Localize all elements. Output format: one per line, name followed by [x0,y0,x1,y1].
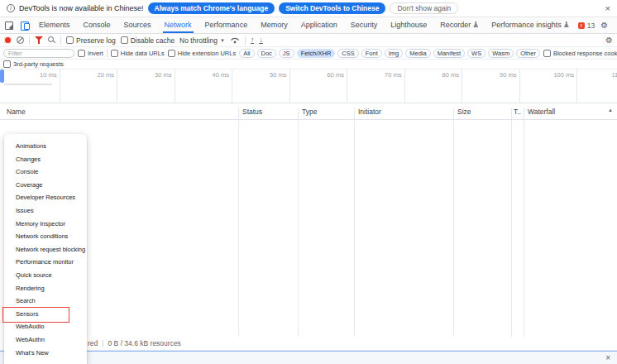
column-header-initiator[interactable]: Initiator [358,108,381,116]
timeline-ruler: 10 ms 20 ms 30 ms 40 ms 50 ms 60 ms 70 m… [2,69,617,103]
inspect-element-icon[interactable] [5,22,13,30]
checkbox[interactable] [543,50,551,57]
record-icon[interactable] [4,36,12,44]
column-header-size[interactable]: Size [457,108,471,116]
invert-checkbox[interactable]: Invert [78,50,103,57]
filter-pill[interactable]: Img [385,49,404,58]
network-filter-bar: Invert Hide data URLs Hide extension URL… [0,47,617,60]
checkbox[interactable] [121,36,128,44]
devtools-tab-bar: Elements Console Sources Network Perform… [0,17,617,34]
dont-show-again-button[interactable]: Don't show again [390,2,458,14]
ruler-cell: 30 ms [117,69,175,103]
settings-gear-icon[interactable]: ⚙ [600,22,608,30]
checkbox[interactable] [78,50,85,57]
panel-tab[interactable]: Security [349,17,380,33]
notification-message: DevTools is now available in Chinese! [19,4,144,12]
column-header-waterfall[interactable]: Waterfall [528,108,555,116]
switch-devtools-chinese-button[interactable]: Switch DevTools to Chinese [279,2,385,14]
menu-item[interactable]: Console [4,165,87,179]
column-header-status[interactable]: Status [242,108,262,116]
checkbox[interactable] [168,50,175,57]
panel-tab[interactable]: Memory [259,17,289,33]
filter-input[interactable] [3,49,74,58]
menu-item[interactable]: Network request blocking [4,243,87,256]
menu-item[interactable]: Coverage [4,179,87,192]
status-transferred-partial: red [88,339,98,347]
kebab-menu-icon[interactable]: ⋮ [614,22,617,30]
panel-tab[interactable]: Console [82,17,112,33]
request-type-pills: All Doc JS Fetch/XHR CSS Font Img Media … [239,49,540,58]
chevron-down-icon: ▼ [220,38,225,43]
panel-tab[interactable]: Recorder [438,17,480,33]
notification-bar: i DevTools is now available in Chinese! … [0,0,617,17]
menu-item[interactable]: Changes [4,153,87,166]
ruler-cell: 60 ms [290,69,348,103]
network-settings-gear-icon[interactable]: ⚙ [605,36,613,45]
tick-label: 80 ms [405,69,462,79]
preserve-log-checkbox[interactable]: Preserve log [66,36,116,45]
checkbox[interactable] [66,36,74,44]
ruler-cell: 70 ms [347,69,405,103]
menu-item[interactable]: Network conditions [4,230,87,243]
filter-pill[interactable]: Manifest [433,49,465,58]
match-chrome-language-button[interactable]: Always match Chrome's language [148,2,275,14]
panel-tab[interactable]: Application [299,17,339,33]
hide-data-urls-checkbox[interactable]: Hide data URLs [111,50,165,57]
checkbox[interactable] [111,50,118,57]
filter-pill[interactable]: WS [467,49,485,58]
notification-close-icon[interactable]: × [605,4,610,13]
menu-item[interactable]: Memory Inspector [4,218,87,231]
filter-pill[interactable]: Doc [257,49,276,58]
filter-funnel-icon[interactable] [35,36,43,44]
menu-item[interactable]: Search [4,295,87,308]
tick-label: 90 ms [462,69,519,79]
overview-drag-handle[interactable] [0,69,4,83]
issues-badge[interactable]: !13 [578,22,595,30]
devtools-window: i DevTools is now available in Chinese! … [0,0,617,364]
device-toolbar-icon[interactable] [21,22,30,30]
menu-item[interactable]: Animations [4,140,87,153]
panel-tab[interactable]: Performance [203,17,250,33]
menu-item[interactable]: What's New [4,347,87,360]
third-party-checkbox[interactable]: 3rd-party requests [3,60,64,68]
filter-pill[interactable]: Fetch/XHR [297,49,336,58]
column-header-type[interactable]: Type [302,108,317,116]
filter-pill[interactable]: Wasm [488,49,514,58]
panel-tab[interactable]: Elements [37,17,72,33]
panel-tab[interactable]: Network [163,17,194,33]
filter-pill[interactable]: All [239,49,254,58]
panel-tab[interactable]: Performance insights [490,17,571,33]
filter-pill[interactable]: JS [279,49,294,58]
import-har-icon[interactable]: ↑ [251,36,255,44]
drawer-close-icon[interactable]: × [605,353,610,362]
menu-item[interactable]: Rendering [4,282,87,295]
divider [60,36,61,45]
export-har-icon[interactable]: ↓ [259,36,263,44]
ruler-cell: 20 ms [60,69,118,103]
filter-pill[interactable]: Other [516,49,540,58]
throttling-select[interactable]: No throttling▼ [179,36,225,45]
menu-item[interactable]: WebAuthn [4,333,87,347]
menu-item[interactable]: Developer Resources [4,191,87,204]
filter-pill[interactable]: Font [361,49,382,58]
flask-icon [473,22,478,27]
blocked-response-cookies-checkbox[interactable]: Blocked response cookies [543,50,617,57]
panel-tab[interactable]: Sources [122,17,153,33]
filter-pill[interactable]: CSS [337,49,358,58]
menu-item[interactable]: Quick source [4,269,87,282]
menu-item[interactable]: Issues [4,204,87,218]
filter-pill[interactable]: Media [405,49,430,58]
menu-item[interactable]: Performance monitor [4,256,87,269]
column-header-time[interactable]: T.. [514,108,521,116]
search-icon[interactable] [48,36,55,44]
checkbox[interactable] [3,60,11,68]
network-conditions-icon[interactable] [230,36,240,44]
disable-cache-checkbox[interactable]: Disable cache [121,36,175,45]
requests-table-body [0,120,617,337]
panel-tabs: Elements Console Sources Network Perform… [37,17,571,33]
panel-tab[interactable]: Lighthouse [389,17,428,33]
sort-ascending-icon[interactable]: ▲ [608,108,613,113]
column-header-name[interactable]: Name [7,108,26,116]
hide-extension-urls-checkbox[interactable]: Hide extension URLs [168,50,236,57]
clear-icon[interactable] [17,36,24,44]
